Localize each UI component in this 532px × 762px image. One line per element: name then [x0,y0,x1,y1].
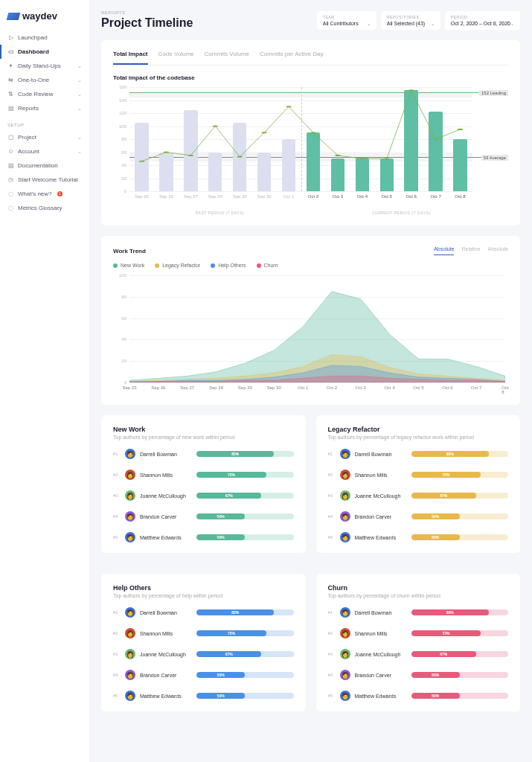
nav-item-daily-stand-ups[interactable]: ✦Daily Stand-Ups⌄ [0,59,89,73]
tab-commits-volume[interactable]: Commits Volume [205,51,249,65]
nav-label: Daily Stand-Ups [18,63,61,69]
nav-item-documentation[interactable]: ▤Documentation [0,159,89,173]
y-tick: 160 [119,85,126,89]
author-row: #1 🧑 Darrell Bowman 80% [113,607,294,618]
trend-tab-relative[interactable]: Relative [461,246,480,255]
avatar: 🧑 [340,532,350,542]
nav-item-project[interactable]: ▢Project⌄ [0,130,89,144]
x-tick: Oct 2 [308,194,318,199]
svg-point-2 [188,155,193,156]
tab-code-volume[interactable]: Code Volume [158,51,194,65]
author-name: Shannon Mills [355,473,407,478]
nav-item-metrics-glossary[interactable]: ◌Metrics Glossary [0,201,89,215]
x-tick: Oct 7 [430,194,440,199]
nav-label: Documentation [18,162,58,169]
progress-fill: 72% [411,472,481,478]
author-rank: #3 [328,652,336,656]
author-name: Joanne McCullough [355,493,407,499]
legend-label: Churn [264,263,278,268]
work-trend-chart: 020406080100 Sep 25Sep 26Sep 27Sep 28Sep… [113,275,508,394]
filter-team[interactable]: TEAMAll Contributors⌄ [317,11,376,30]
author-rank: #1 [113,610,121,615]
nav-label: Code Review [18,91,54,97]
logo-icon [7,13,21,20]
x-tick: Sep 30 [257,194,272,199]
x-tick: Sep 29 [238,385,252,390]
author-name: Shannon Mills [355,631,407,636]
x-tick: Oct 1 [283,194,294,199]
current-period-label: CURRENT PERIOD (7 DAYS) [311,211,493,215]
nav-item-one-to-one[interactable]: ⇆One-to-One⌄ [0,73,89,87]
author-card-legacy-refactor: Legacy RefactorTop authors by percentage… [316,415,521,553]
tab-commits-per-active-day[interactable]: Commits per Active Day [260,51,323,65]
progress-bar: 50% [196,513,294,519]
progress-fill: 50% [196,693,245,699]
filter-period[interactable]: PERIODOct 2, 2020 – Oct 8, 2020⌄ [445,11,520,30]
progress-bar: 72% [411,630,509,636]
tab-total-impact[interactable]: Total Impact [113,51,148,65]
breadcrumb: REPORTS [101,10,193,15]
x-tick: Sep 25 [122,385,136,390]
progress-bar: 67% [196,651,294,657]
nav-item-dashboard[interactable]: ▭Dashboard [0,45,89,59]
nav-item-start-welcome-tutorial[interactable]: ◷Start Welcome Tutorial [0,173,89,187]
nav-item-what-s-new-[interactable]: ◌What's new?1 [0,187,89,201]
nav-item-account[interactable]: ☺Account⌄ [0,144,89,159]
author-rank: #5 [328,694,336,698]
nav-item-launchpad[interactable]: ▷Launchpad [0,31,89,45]
y-tick: 140 [119,98,126,103]
svg-point-12 [433,138,438,140]
avatar: 🧑 [340,449,350,459]
progress-bar: 67% [411,493,509,499]
y-tick: 80 [121,295,126,299]
legend-item: Legacy Refactor [155,263,200,268]
page-header: REPORTS Project Timeline TEAMAll Contrib… [101,10,520,30]
author-name: Darrell Bowman [140,610,192,615]
author-row: #4 🧑 Brandon Carver 50% [328,670,509,680]
avatar: 🧑 [125,511,135,522]
legend-label: Legacy Refactor [162,263,200,268]
progress-fill: 72% [411,630,481,636]
x-tick: Oct 4 [384,385,394,390]
trend-tab-absolute[interactable]: Absolute [488,246,508,255]
trend-tab-absolute[interactable]: Absolute [434,246,454,255]
filter-repositories[interactable]: REPOSITORIESAll Selected (43)⌄ [381,11,440,30]
author-rank: #3 [328,493,336,498]
progress-fill: 67% [411,493,476,499]
x-tick: Oct 6 [406,194,417,199]
y-tick: 0 [124,189,126,193]
x-tick: Sep 27 [180,385,194,390]
legend-dot-icon [211,263,215,268]
nav-item-reports[interactable]: ▤Reports⌄ [0,101,89,115]
author-card-churn: ChurnTop authors by percentage of churn … [316,574,521,711]
author-name: Matthew Edwards [140,535,192,540]
author-card-title: Legacy Refactor [328,426,509,433]
progress-bar: 50% [196,672,294,678]
ref-label: 152 Leading [479,90,508,96]
legend-item: New Work [113,263,144,268]
progress-fill: 67% [196,651,261,657]
x-tick: Oct 7 [471,385,481,390]
author-rank: #4 [113,673,121,677]
svg-point-1 [164,151,169,153]
work-trend-tabs: AbsoluteRelativeAbsolute [434,246,508,255]
author-row: #5 🧑 Matthew Edwards 50% [113,691,294,701]
author-row: #3 👩 Joanne McCullough 67% [113,649,294,659]
author-name: Shannon Mills [140,473,192,478]
author-name: Matthew Edwards [355,535,407,540]
nav-section-label: SETUP [0,115,89,130]
avatar: 🧑 [340,511,350,522]
x-tick: Sep 29 [233,194,247,199]
x-tick: Oct 6 [442,385,452,390]
avatar: 👩 [125,628,135,638]
avatar: 🧑 [340,691,350,701]
avatar: 🧑 [125,532,135,542]
author-card-subtitle: Top authors by percentage of help within… [113,593,294,598]
author-name: Brandon Carver [140,673,192,678]
author-cards-grid: New WorkTop authors by percentage of new… [101,415,520,722]
y-tick: 60 [121,316,126,321]
nav-item-code-review[interactable]: ⇅Code Review⌄ [0,87,89,101]
progress-bar: 72% [411,472,509,478]
progress-fill: 80% [411,609,489,615]
logo[interactable]: waydev [0,7,89,31]
